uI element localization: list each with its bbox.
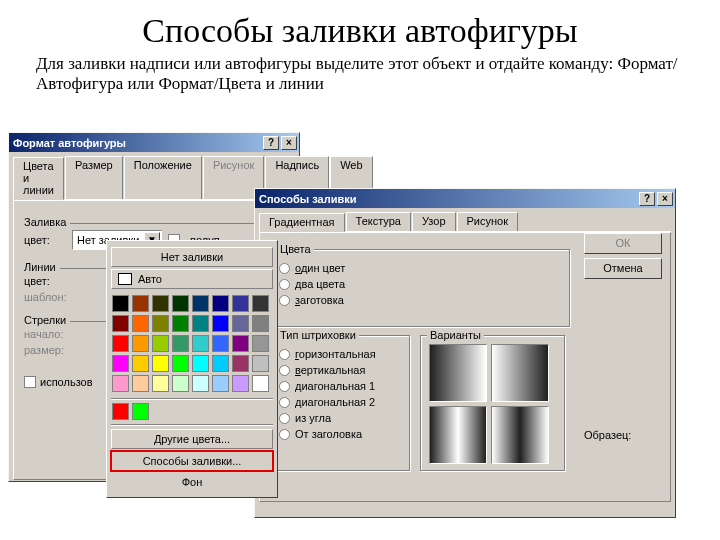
radio-two-colors[interactable] <box>279 279 290 290</box>
option-auto[interactable]: Авто <box>111 269 273 289</box>
color-swatch[interactable] <box>192 375 209 392</box>
label-fill-color: цвет: <box>24 234 66 246</box>
radio-vertical[interactable] <box>279 365 290 376</box>
tab-pattern[interactable]: Узор <box>412 212 456 231</box>
auto-swatch-icon <box>118 273 132 285</box>
color-swatch[interactable] <box>152 335 169 352</box>
radio-preset[interactable] <box>279 295 290 306</box>
color-swatch[interactable] <box>112 375 129 392</box>
option-no-fill[interactable]: Нет заливки <box>111 247 273 267</box>
titlebar-title: Формат автофигуры <box>13 137 126 149</box>
variant-1[interactable] <box>429 344 487 402</box>
color-swatch[interactable] <box>212 355 229 372</box>
label-use-default: использов <box>40 376 93 388</box>
label-preset: заготовка <box>295 294 344 306</box>
page-instruction: Для заливки надписи или автофигуры выдел… <box>36 54 694 94</box>
color-swatch[interactable] <box>172 335 189 352</box>
help-button[interactable]: ? <box>639 192 655 206</box>
color-swatch[interactable] <box>152 315 169 332</box>
option-background[interactable]: Фон <box>111 473 273 491</box>
group-arrows-label: Стрелки <box>24 314 70 326</box>
color-swatch-recent <box>112 403 272 420</box>
tab-size[interactable]: Размер <box>65 156 123 199</box>
radio-one-color[interactable] <box>279 263 290 274</box>
group-colors-label: Цвета <box>277 243 314 255</box>
tab-gradient[interactable]: Градиентная <box>259 213 345 232</box>
color-swatch[interactable] <box>132 335 149 352</box>
dialog-fill-effects: Способы заливки ? × Градиентная Текстура… <box>254 188 676 518</box>
color-swatch[interactable] <box>232 375 249 392</box>
group-fill-label: Заливка <box>24 216 70 228</box>
group-variants-label: Варианты <box>427 329 484 341</box>
color-swatch[interactable] <box>112 355 129 372</box>
tab-picture[interactable]: Рисунок <box>457 212 519 231</box>
color-swatch[interactable] <box>232 315 249 332</box>
color-swatch[interactable] <box>212 335 229 352</box>
color-swatch[interactable] <box>212 315 229 332</box>
color-swatch[interactable] <box>232 295 249 312</box>
variant-3[interactable] <box>429 406 487 464</box>
color-swatch[interactable] <box>212 375 229 392</box>
variant-2[interactable] <box>491 344 549 402</box>
group-shading-label: Тип штриховки <box>277 329 359 341</box>
color-swatch[interactable] <box>172 295 189 312</box>
label-arrow-size: размер: <box>24 344 66 356</box>
color-swatch[interactable] <box>112 335 129 352</box>
color-swatch[interactable] <box>152 295 169 312</box>
color-swatch[interactable] <box>252 355 269 372</box>
titlebar[interactable]: Формат автофигуры ? × <box>9 133 299 152</box>
option-auto-label: Авто <box>138 273 162 285</box>
variant-4[interactable] <box>491 406 549 464</box>
label-horizontal: горизонтальная <box>295 348 376 360</box>
color-swatch[interactable] <box>152 355 169 372</box>
cancel-button[interactable]: Отмена <box>584 258 662 279</box>
color-swatch[interactable] <box>212 295 229 312</box>
color-swatch[interactable] <box>252 335 269 352</box>
help-button[interactable]: ? <box>263 136 279 150</box>
tab-position[interactable]: Положение <box>124 156 202 199</box>
group-variants: Варианты <box>420 335 565 471</box>
color-swatch[interactable] <box>192 315 209 332</box>
color-swatch[interactable] <box>132 375 149 392</box>
titlebar[interactable]: Способы заливки ? × <box>255 189 675 208</box>
checkbox-use-default[interactable] <box>24 376 36 388</box>
color-swatch[interactable] <box>192 355 209 372</box>
titlebar-title: Способы заливки <box>259 193 356 205</box>
tab-colors-and-lines[interactable]: Цвета и линии <box>13 157 64 200</box>
label-arrow-start: начало: <box>24 328 66 340</box>
color-swatch[interactable] <box>232 335 249 352</box>
option-fill-effects[interactable]: Способы заливки... <box>111 451 273 471</box>
color-swatch[interactable] <box>132 295 149 312</box>
color-swatch[interactable] <box>252 375 269 392</box>
color-swatch[interactable] <box>112 403 129 420</box>
color-swatch[interactable] <box>252 315 269 332</box>
label-two-colors: два цвета <box>295 278 345 290</box>
color-swatch[interactable] <box>252 295 269 312</box>
color-swatch[interactable] <box>152 375 169 392</box>
color-swatch[interactable] <box>132 355 149 372</box>
color-swatch[interactable] <box>172 355 189 372</box>
radio-from-title[interactable] <box>279 429 290 440</box>
radio-horizontal[interactable] <box>279 349 290 360</box>
option-more-colors[interactable]: Другие цвета... <box>111 429 273 449</box>
close-button[interactable]: × <box>657 192 673 206</box>
radio-diag-2[interactable] <box>279 397 290 408</box>
color-swatch[interactable] <box>132 315 149 332</box>
ok-button[interactable]: ОК <box>584 233 662 254</box>
color-swatch[interactable] <box>232 355 249 372</box>
group-shading-style: Тип штриховки горизонтальная вертикальна… <box>270 335 410 471</box>
color-swatch[interactable] <box>112 295 129 312</box>
color-swatch[interactable] <box>132 403 149 420</box>
color-swatch[interactable] <box>112 315 129 332</box>
color-swatch[interactable] <box>172 375 189 392</box>
radio-from-corner[interactable] <box>279 413 290 424</box>
close-button[interactable]: × <box>281 136 297 150</box>
color-dropdown-popup: Нет заливки Авто Другие цвета... Способы… <box>106 240 278 498</box>
color-swatch[interactable] <box>192 295 209 312</box>
color-swatch[interactable] <box>172 315 189 332</box>
label-one-color: один цвет <box>295 262 345 274</box>
tab-texture[interactable]: Текстура <box>346 212 411 231</box>
color-swatch[interactable] <box>192 335 209 352</box>
radio-diag-1[interactable] <box>279 381 290 392</box>
page-title: Способы заливки автофигуры <box>0 12 720 50</box>
